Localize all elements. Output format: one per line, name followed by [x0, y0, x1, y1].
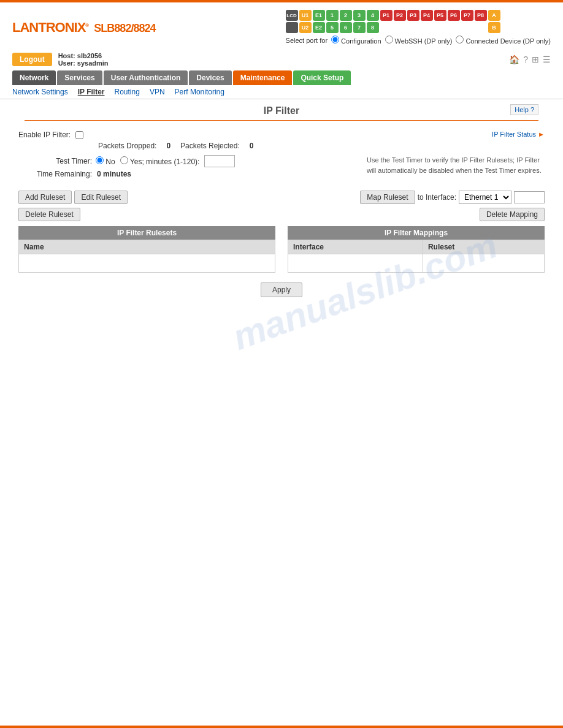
user-label: User: [58, 59, 75, 67]
port-p2[interactable]: P2 [394, 10, 406, 21]
port-p8[interactable]: P8 [475, 10, 487, 21]
no-radio-label[interactable]: No [96, 156, 115, 166]
subnav-perf-monitoring[interactable]: Perf Monitoring [175, 88, 224, 96]
model-name: SLB882/8824 [94, 22, 155, 34]
timer-left: Test Timer: No Yes; minutes (1-120): Tim… [18, 155, 235, 186]
mappings-table-container: IP Filter Mappings Interface Ruleset [288, 226, 545, 273]
tab-quick-setup[interactable]: Quick Setup [293, 70, 351, 85]
buttons-top-section: Add Ruleset Edit Ruleset Map Ruleset to … [18, 191, 545, 204]
connected-radio-label[interactable]: Connected Device (DP only) [456, 36, 551, 45]
subnav-ip-filter[interactable]: IP Filter [78, 88, 105, 96]
to-interface-label: to Interface: [418, 193, 456, 202]
home-icon-btn[interactable]: 🏠 [509, 55, 519, 64]
page-title: IP Filter [264, 105, 299, 116]
rulesets-table-title: IP Filter Rulesets [18, 226, 275, 240]
port-lcd2[interactable] [286, 22, 298, 33]
port-8[interactable]: 8 [367, 22, 379, 33]
port-p1[interactable]: P1 [380, 10, 393, 21]
page-title-bar: IP Filter Help ? [25, 99, 538, 121]
subnav-vpn[interactable]: VPN [150, 88, 165, 96]
port-b[interactable]: B [488, 22, 500, 33]
tab-devices[interactable]: Devices [189, 70, 231, 85]
minutes-input[interactable] [204, 155, 235, 167]
interface-select[interactable]: Ethernet 1 Ethernet 2 [459, 191, 511, 204]
interface-text-input[interactable] [514, 191, 545, 203]
packets-dropped-label: Packets Dropped: [98, 142, 156, 150]
tab-network[interactable]: Network [12, 70, 56, 85]
port-4[interactable]: 4 [367, 10, 379, 21]
port-panel: LCD U1 E1 1 2 3 4 P1 P2 P3 P4 P5 P6 P7 P… [286, 10, 551, 45]
no-radio[interactable] [96, 156, 104, 164]
rulesets-empty-cell [19, 254, 275, 273]
ip-filter-status-arrow: ► [538, 131, 545, 138]
tab-user-authentication[interactable]: User Authentication [104, 70, 188, 85]
mappings-empty-cell2 [423, 254, 544, 273]
enable-row: Enable IP Filter: IP Filter Status ► [18, 131, 545, 139]
webssh-radio[interactable] [385, 36, 393, 44]
port-u2[interactable]: U2 [299, 22, 312, 33]
config-radio[interactable] [331, 36, 339, 44]
packets-row: Packets Dropped: 0 Packets Rejected: 0 [98, 142, 545, 150]
time-remaining-value: 0 minutes [97, 170, 131, 178]
delete-ruleset-button[interactable]: Delete Ruleset [18, 208, 80, 221]
delete-mapping-button[interactable]: Delete Mapping [480, 208, 545, 221]
port-3[interactable]: 3 [353, 10, 366, 21]
enable-ip-filter-label: Enable IP Filter: [18, 131, 71, 139]
logout-button[interactable]: Logout [12, 53, 52, 66]
page-title-container: IP Filter Help ? [12, 99, 551, 121]
mappings-table: Interface Ruleset [288, 240, 545, 273]
user-bar: Logout Host: slb2056 User: sysadmin 🏠 ? … [0, 50, 563, 69]
add-ruleset-button[interactable]: Add Ruleset [18, 191, 72, 204]
info-timer-section: Test Timer: No Yes; minutes (1-120): Tim… [18, 155, 545, 186]
packets-dropped-value: 0 [166, 142, 170, 150]
map-ruleset-button[interactable]: Map Ruleset [360, 191, 415, 204]
delete-mapping-container: Delete Mapping [480, 208, 545, 221]
tab-maintenance[interactable]: Maintenance [233, 70, 293, 85]
layout-icon-btn[interactable]: ⊞ [532, 55, 539, 64]
connected-radio[interactable] [456, 36, 464, 44]
delete-ruleset-container: Delete Ruleset [18, 208, 80, 221]
port-1[interactable]: 1 [326, 10, 339, 21]
port-a[interactable]: A [488, 10, 500, 21]
user-value: sysadmin [77, 59, 109, 67]
timer-row: Test Timer: No Yes; minutes (1-120): [18, 155, 235, 167]
config-radio-label[interactable]: Configuration [331, 36, 381, 45]
right-buttons: Map Ruleset to Interface: Ethernet 1 Eth… [360, 191, 545, 204]
bottom-bar [0, 726, 563, 728]
timer-info: Use the Test Timer to verify the IP Filt… [354, 155, 545, 186]
port-p6[interactable]: P6 [448, 10, 460, 21]
user-info: Host: slb2056 User: sysadmin [58, 52, 109, 67]
port-p3[interactable]: P3 [407, 10, 419, 21]
table-row [19, 254, 275, 273]
subnav-routing[interactable]: Routing [115, 88, 140, 96]
port-p7[interactable]: P7 [461, 10, 473, 21]
port-u1[interactable]: U1 [299, 10, 312, 21]
apply-button[interactable]: Apply [261, 282, 302, 297]
port-5[interactable]: 5 [326, 22, 339, 33]
port-2[interactable]: 2 [340, 10, 352, 21]
ip-filter-status-text: IP Filter Status [492, 131, 536, 138]
header: LANTRONIX® SLB882/8824 LCD U1 E1 1 2 3 4… [0, 2, 563, 50]
ip-filter-status-link[interactable]: IP Filter Status ► [492, 131, 545, 138]
yes-radio-label[interactable]: Yes; minutes (1-120): [120, 156, 200, 166]
port-lcd[interactable]: LCD [286, 10, 298, 21]
subnav-network-settings[interactable]: Network Settings [12, 88, 68, 96]
rulesets-table: Name [18, 240, 275, 273]
enable-ip-filter-checkbox[interactable] [75, 131, 83, 139]
apply-section: Apply [18, 282, 545, 297]
list-icon-btn[interactable]: ☰ [543, 55, 551, 64]
port-e1[interactable]: E1 [313, 10, 325, 21]
yes-radio[interactable] [120, 156, 128, 164]
port-7[interactable]: 7 [353, 22, 366, 33]
webssh-radio-label[interactable]: WebSSH (DP only) [385, 36, 453, 45]
help-icon-btn[interactable]: ? [523, 55, 528, 64]
help-link[interactable]: Help ? [510, 104, 538, 115]
packets-rejected-label: Packets Rejected: [180, 142, 240, 150]
port-p4[interactable]: P4 [421, 10, 433, 21]
edit-ruleset-button[interactable]: Edit Ruleset [74, 191, 128, 204]
port-6[interactable]: 6 [340, 22, 352, 33]
port-p5[interactable]: P5 [434, 10, 446, 21]
test-timer-label: Test Timer: [18, 157, 92, 165]
port-e2[interactable]: E2 [313, 22, 325, 33]
tab-services[interactable]: Services [57, 70, 102, 85]
